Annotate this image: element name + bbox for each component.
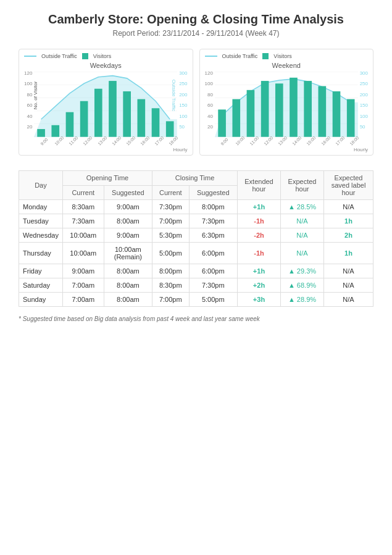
td-expected-saved: N/A <box>324 264 373 278</box>
svg-rect-29 <box>290 78 298 137</box>
td-expected-saved: N/A <box>324 293 373 307</box>
td-day: Tuesday <box>19 214 63 228</box>
weekdays-chart: Outside Traffic Visitors Weekdays 120100… <box>19 49 193 156</box>
table-row: Tuesday 7:30am 8:00am 7:00pm 7:30pm -1h … <box>19 214 373 228</box>
table-row: Wednesday 10:00am 9:00am 5:30pm 6:30pm -… <box>19 228 373 243</box>
td-expected: N/A <box>281 214 324 228</box>
table-row: Saturday 7:00am 8:00am 8:30pm 7:30pm +2h… <box>19 278 373 293</box>
td-opening-suggested: 8:00am <box>104 293 152 307</box>
th-extended-hour: Extended hour <box>238 171 281 200</box>
td-closing-suggested: 7:30pm <box>189 278 237 293</box>
svg-rect-27 <box>261 81 269 137</box>
svg-rect-16 <box>166 121 174 136</box>
weekdays-title: Weekdays <box>24 62 188 69</box>
td-day: Wednesday <box>19 228 63 243</box>
td-opening-current: 7:00am <box>62 278 104 293</box>
svg-rect-25 <box>232 99 240 137</box>
svg-rect-26 <box>246 90 254 137</box>
td-closing-suggested: 6:30pm <box>189 228 237 243</box>
td-opening-suggested: 9:00am <box>104 228 152 243</box>
page-title: Camberly Store: Opening & Closing Time A… <box>19 12 373 27</box>
table-body: Monday 8:30am 9:00am 7:30pm 8:00pm +1h ▲… <box>19 200 373 307</box>
td-day: Sunday <box>19 293 63 307</box>
weekend-chart: Outside Traffic Visitors Weekend 1201008… <box>199 49 374 156</box>
td-expected: ▲ 28.9% <box>281 293 324 307</box>
y-axis-left-weekend: 12010080604020 <box>205 70 215 138</box>
td-opening-current: 8:30am <box>62 200 104 214</box>
weekend-svg <box>215 70 358 138</box>
th-opening-current: Current <box>62 185 104 200</box>
th-closing-current: Current <box>152 185 189 200</box>
th-opening-suggested: Suggested <box>104 185 152 200</box>
td-expected-saved: 2h <box>324 228 373 243</box>
weekend-x-labels: 9:00 10:00 11:00 12:00 13:00 14:00 15:00… <box>215 141 358 146</box>
td-extended: +1h <box>238 264 281 278</box>
td-opening-current: 10:00am <box>62 228 104 243</box>
y-axis-right-weekdays: 30025020015010050 <box>177 70 187 138</box>
th-closing-suggested: Suggested <box>189 185 237 200</box>
td-expected: N/A <box>281 228 324 243</box>
td-expected: ▲ 29.3% <box>281 264 324 278</box>
weekend-legend: Outside Traffic Visitors <box>205 53 369 59</box>
td-expected: ▲ 28.5% <box>281 200 324 214</box>
svg-rect-32 <box>333 91 341 137</box>
td-expected-saved: 1h <box>324 214 373 228</box>
td-closing-current: 7:30pm <box>152 200 189 214</box>
th-expected-saved: Expected saved label hour <box>324 171 373 200</box>
th-expected-hour: Expected hour <box>281 171 324 200</box>
td-opening-current: 7:30am <box>62 214 104 228</box>
weekdays-svg <box>34 70 177 138</box>
visitors-box <box>82 53 88 59</box>
svg-rect-33 <box>347 99 355 137</box>
td-closing-current: 5:00pm <box>152 243 189 264</box>
visitors-label: Visitors <box>93 53 111 59</box>
visitors-label-2: Visitors <box>273 53 291 59</box>
outside-traffic-label: Outside Traffic <box>41 53 77 59</box>
table-row: Monday 8:30am 9:00am 7:30pm 8:00pm +1h ▲… <box>19 200 373 214</box>
td-closing-current: 7:00pm <box>152 293 189 307</box>
td-day: Thursday <box>19 243 63 264</box>
svg-rect-8 <box>52 125 60 137</box>
visitors-box-2 <box>262 53 269 59</box>
weekend-hourly-label: Hourly <box>205 147 369 152</box>
svg-rect-31 <box>318 86 326 137</box>
td-closing-suggested: 5:00pm <box>189 293 237 307</box>
table-header-row-1: Day Opening Time Closing Time Extended h… <box>19 171 373 186</box>
svg-rect-10 <box>80 101 88 137</box>
td-extended: -1h <box>238 214 281 228</box>
td-extended: +1h <box>238 200 281 214</box>
footnote: * Suggested time based on Big data analy… <box>19 315 373 322</box>
td-opening-current: 7:00am <box>62 293 104 307</box>
weekend-title: Weekend <box>205 62 369 69</box>
td-closing-suggested: 6:00pm <box>189 264 237 278</box>
td-closing-current: 8:30pm <box>152 278 189 293</box>
svg-rect-9 <box>66 112 74 137</box>
y-left-label-weekdays: No. of Visitor <box>33 81 38 110</box>
td-expected: N/A <box>281 243 324 264</box>
weekend-chart-main: 9:00 10:00 11:00 12:00 13:00 14:00 15:00… <box>215 70 358 146</box>
td-opening-suggested: 8:00am <box>104 278 152 293</box>
weekdays-x-labels: 9:00 10:00 11:00 12:00 13:00 14:00 15:00… <box>34 141 177 146</box>
td-closing-suggested: 7:30pm <box>189 214 237 228</box>
td-extended: +3h <box>238 293 281 307</box>
td-extended: -2h <box>238 228 281 243</box>
svg-rect-30 <box>304 81 312 137</box>
td-opening-suggested: 9:00am <box>104 200 152 214</box>
svg-rect-24 <box>218 109 226 136</box>
y-axis-right-weekend: 30025020015010050 <box>358 70 368 138</box>
svg-rect-7 <box>38 129 46 137</box>
th-opening-time: Opening Time <box>62 171 152 186</box>
table-row: Thursday 10:00am 10:00am(Remain) 5:00pm … <box>19 243 373 264</box>
td-closing-current: 7:00pm <box>152 214 189 228</box>
weekdays-hourly-label: Hourly <box>24 147 188 152</box>
td-expected-saved: N/A <box>324 200 373 214</box>
weekdays-legend: Outside Traffic Visitors <box>24 53 188 59</box>
page-subtitle: Report Period: 23/11/2014 - 29/11/2014 (… <box>19 29 373 38</box>
svg-rect-14 <box>138 99 146 137</box>
td-day: Saturday <box>19 278 63 293</box>
outside-traffic-label-2: Outside Traffic <box>222 53 258 59</box>
td-opening-suggested: 8:00am <box>104 214 152 228</box>
td-expected-saved: N/A <box>324 278 373 293</box>
td-expected-saved: 1h <box>324 243 373 264</box>
td-opening-suggested: 8:00am <box>104 264 152 278</box>
